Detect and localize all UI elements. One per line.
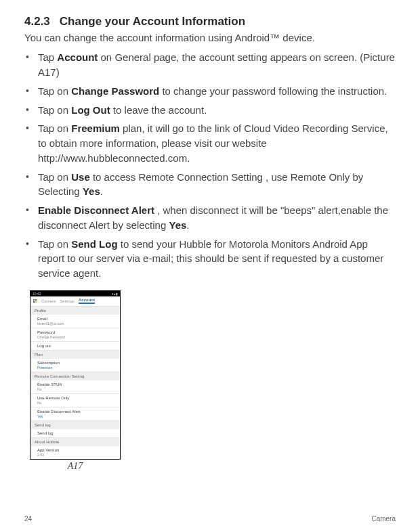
heading-number: 4.2.3 xyxy=(24,15,50,28)
section-plan: Plan xyxy=(30,351,120,359)
phone-frame: 10:42 ▾▴▮ Camera Settings Account Profil… xyxy=(30,290,121,460)
heading-title: Change your Account Information xyxy=(60,15,245,28)
tab-camera[interactable]: Camera xyxy=(41,299,56,303)
tab-account[interactable]: Account xyxy=(79,298,95,304)
status-bar: 10:42 ▾▴▮ xyxy=(30,291,120,296)
section-about: About Hubble xyxy=(30,438,120,446)
page-number: 24 xyxy=(24,515,32,523)
list-item: Tap on Send Log to send your Hubble for … xyxy=(24,237,396,281)
page-footer: 24 Camera xyxy=(0,515,420,523)
section-profile: Profile xyxy=(30,307,120,315)
row-remote-only[interactable]: Use Remote Only No xyxy=(30,394,120,407)
svg-rect-0 xyxy=(33,299,35,301)
row-email[interactable]: Email tester01@us.com xyxy=(30,315,120,328)
svg-rect-3 xyxy=(35,301,37,303)
page: 4.2.3Change your Account Information You… xyxy=(0,0,420,532)
tab-settings[interactable]: Settings xyxy=(60,299,75,303)
status-icons: ▾▴▮ xyxy=(112,292,118,296)
list-item: Tap Account on General page, the account… xyxy=(24,50,396,80)
section-sendlog: Send log xyxy=(30,421,120,429)
section-heading: 4.2.3Change your Account Information xyxy=(24,15,396,28)
svg-rect-2 xyxy=(33,301,35,303)
row-stun[interactable]: Enable STUN No xyxy=(30,380,120,394)
instruction-list: Tap Account on General page, the account… xyxy=(24,50,396,281)
row-logout[interactable]: Log out xyxy=(30,342,120,351)
section-remote: Remote Connection Setting xyxy=(30,372,120,380)
row-password[interactable]: Password Change Password xyxy=(30,328,120,342)
list-item: Enable Disconnect Alert , when disconnec… xyxy=(24,203,396,233)
brand-icon xyxy=(33,299,37,303)
figure-caption: A17 xyxy=(30,461,121,472)
tab-bar: Camera Settings Account xyxy=(30,296,120,307)
phone-screenshot: 10:42 ▾▴▮ Camera Settings Account Profil… xyxy=(30,290,396,460)
row-disconnect-alert[interactable]: Enable Disconnect Alert Yes xyxy=(30,407,120,421)
row-sendlog[interactable]: Send log xyxy=(30,429,120,438)
status-time: 10:42 xyxy=(33,292,41,296)
intro-text: You can change the account information u… xyxy=(24,31,396,45)
footer-section: Camera xyxy=(371,515,396,523)
row-subscription[interactable]: Subscription Freemium xyxy=(30,359,120,372)
list-item: Tap on Log Out to leave the account. xyxy=(24,103,396,118)
svg-rect-1 xyxy=(35,299,37,301)
list-item: Tap on Change Password to change your pa… xyxy=(24,84,396,99)
row-app-version: App Version 2.53 xyxy=(30,446,120,459)
list-item: Tap on Freemium plan, it will go to the … xyxy=(24,121,396,165)
list-item: Tap on Use to access Remote Connection S… xyxy=(24,170,396,200)
